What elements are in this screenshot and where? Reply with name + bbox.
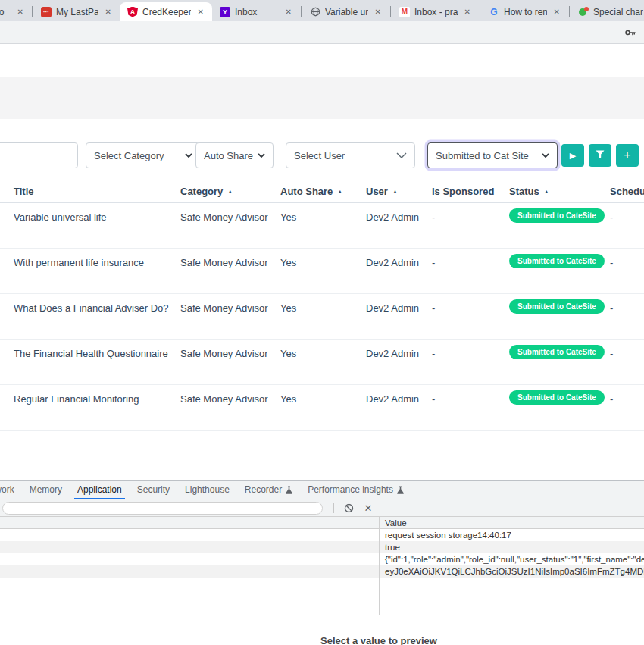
devtools-tab-application[interactable]: Application xyxy=(74,481,125,499)
storage-row[interactable]: true xyxy=(0,541,644,553)
storage-row[interactable]: request session storage14:40:17 xyxy=(0,529,644,541)
cell-title[interactable]: Regular Financial Monitoring xyxy=(14,393,139,405)
devtools-tab-lighthouse[interactable]: Lighthouse xyxy=(182,481,233,499)
tab-title: Special char xyxy=(593,7,643,17)
browser-window: Too ✕ ··· My LastPass ✕ A CredKeeper ✕ Y… xyxy=(0,0,644,645)
col-header-user[interactable]: User▲ xyxy=(366,186,398,197)
user-select[interactable]: Select User xyxy=(286,142,415,168)
storage-value-cell[interactable]: {"id":1,"role":"admin","role_id":null,"u… xyxy=(379,553,644,565)
table-row[interactable]: The Financial Health Questionnaire Safe … xyxy=(0,340,644,385)
funnel-icon xyxy=(596,150,605,161)
storage-value-cell[interactable]: true xyxy=(379,541,644,553)
add-button[interactable]: + xyxy=(616,144,639,167)
sort-asc-icon: ▲ xyxy=(337,189,342,194)
browser-tab-gmail[interactable]: M Inbox - prac ✕ xyxy=(392,2,479,21)
cell-category: Safe Money Advisor xyxy=(180,393,268,405)
sort-asc-icon: ▲ xyxy=(544,189,549,194)
cell-title[interactable]: With permanent life insurance xyxy=(14,257,144,268)
tab-close-icon[interactable]: ✕ xyxy=(195,7,206,17)
storage-key-cell[interactable] xyxy=(0,565,379,578)
table-row[interactable]: Regular Financial Monitoring Safe Money … xyxy=(0,385,644,431)
category-select[interactable]: Select Category xyxy=(86,142,201,168)
category-select-value: Select Category xyxy=(94,150,180,161)
storage-key-cell[interactable] xyxy=(0,553,379,565)
tab-separator xyxy=(301,6,302,17)
cell-user: Dev2 Admin xyxy=(366,211,419,223)
password-key-icon[interactable] xyxy=(624,27,636,42)
tab-close-icon[interactable]: ✕ xyxy=(15,7,26,17)
cell-auto-share: Yes xyxy=(280,302,296,314)
devtools-tab-performance-insights[interactable]: Performance insights xyxy=(305,481,407,499)
storage-row[interactable]: eyJ0eXAiOiJKV1QiLCJhbGciOiJSUzI1NiIsImp0… xyxy=(0,565,644,578)
tab-close-icon[interactable]: ✕ xyxy=(283,7,294,17)
tab-close-icon[interactable]: ✕ xyxy=(373,7,383,17)
close-icon[interactable]: ✕ xyxy=(361,501,375,515)
tab-title: CredKeeper xyxy=(142,7,191,17)
cell-auto-share: Yes xyxy=(280,393,296,405)
browser-tab-credkeeper-active[interactable]: A CredKeeper ✕ xyxy=(120,2,212,21)
lastpass-icon: ··· xyxy=(41,7,52,17)
tab-close-icon[interactable]: ✕ xyxy=(552,7,562,17)
tab-title: How to rem xyxy=(504,7,547,17)
cell-category: Safe Money Advisor xyxy=(180,348,268,359)
table-row[interactable]: What Does a Financial Adviser Do? Safe M… xyxy=(0,294,644,340)
status-badge: Submitted to CateSite xyxy=(509,208,605,223)
sort-asc-icon: ▲ xyxy=(227,189,233,194)
cell-auto-share: Yes xyxy=(280,211,296,223)
col-header-schedule: Schedule xyxy=(610,186,644,197)
col-header-status[interactable]: Status▲ xyxy=(509,186,549,197)
tab-close-icon[interactable]: ✕ xyxy=(462,7,473,17)
status-badge: Submitted to CateSite xyxy=(509,254,605,268)
storage-filter-input[interactable] xyxy=(2,502,323,515)
toolbar-divider xyxy=(333,503,334,513)
run-search-button[interactable]: ▶ xyxy=(561,144,584,167)
cell-schedule: - xyxy=(610,302,613,314)
cell-user: Dev2 Admin xyxy=(366,393,419,405)
tab-separator xyxy=(480,6,480,17)
storage-value-cell[interactable]: eyJ0eXAiOiJKV1QiLCJhbGciOiJSUzI1NiIsImp0… xyxy=(379,565,644,578)
browser-tab-google[interactable]: G How to rem ✕ xyxy=(481,2,568,21)
storage-key-cell[interactable] xyxy=(0,541,379,553)
gmail-icon: M xyxy=(399,7,410,17)
devtools-tab-memory[interactable]: Memory xyxy=(27,481,65,499)
cell-title[interactable]: Variable universal life xyxy=(14,211,107,223)
browser-tabstrip: Too ✕ ··· My LastPass ✕ A CredKeeper ✕ Y… xyxy=(0,0,644,21)
search-input[interactable] xyxy=(0,142,78,168)
cell-is-sponsored: - xyxy=(432,348,435,359)
tab-title: Variable uni xyxy=(325,7,368,17)
grid-key-header[interactable] xyxy=(0,517,379,529)
cell-schedule: - xyxy=(610,348,613,359)
devtools-tab-recorder[interactable]: Recorder xyxy=(242,481,295,499)
cell-schedule: - xyxy=(610,393,613,405)
status-select[interactable]: Submitted to Cat Site xyxy=(427,142,558,168)
cell-is-sponsored: - xyxy=(432,302,435,314)
table-row[interactable]: Variable universal life Safe Money Advis… xyxy=(0,203,644,249)
chevron-down-icon xyxy=(258,153,265,158)
cell-category: Safe Money Advisor xyxy=(180,302,268,314)
auto-share-select[interactable]: Auto Share xyxy=(195,142,274,168)
grid-value-header[interactable]: Value xyxy=(379,517,644,529)
grid-column-divider xyxy=(379,578,644,615)
devtools-tab-network[interactable]: twork xyxy=(0,481,17,499)
tab-title: Inbox - prac xyxy=(414,7,458,17)
browser-tab-inbox[interactable]: Y Inbox ✕ xyxy=(212,2,300,21)
cell-title[interactable]: The Financial Health Questionnaire xyxy=(14,348,168,359)
browser-tab-0[interactable]: Too ✕ xyxy=(0,2,32,21)
browser-tab-lastpass[interactable]: ··· My LastPass ✕ xyxy=(33,2,120,21)
col-header-category[interactable]: Category▲ xyxy=(180,186,233,197)
table-row[interactable]: With permanent life insurance Safe Money… xyxy=(0,249,644,294)
browser-tab-variable[interactable]: Variable uni ✕ xyxy=(302,2,389,21)
table-header-row: Title Category▲ Auto Share▲ User▲ Is Spo… xyxy=(0,181,644,203)
browser-tab-special[interactable]: Special char xyxy=(571,2,644,21)
block-clear-icon[interactable] xyxy=(342,501,355,515)
col-header-auto-share[interactable]: Auto Share▲ xyxy=(280,186,342,197)
storage-value-cell[interactable]: request session storage14:40:17 xyxy=(379,529,644,541)
storage-row[interactable]: {"id":1,"role":"admin","role_id":null,"u… xyxy=(0,553,644,565)
page-header-band xyxy=(0,77,644,119)
filter-button[interactable] xyxy=(589,144,611,167)
devtools-storage-toolbar: ✕ xyxy=(0,499,644,517)
tab-close-icon[interactable]: ✕ xyxy=(103,7,114,17)
devtools-tab-security[interactable]: Security xyxy=(134,481,173,499)
storage-key-cell[interactable] xyxy=(0,529,379,541)
cell-title[interactable]: What Does a Financial Adviser Do? xyxy=(14,302,168,314)
